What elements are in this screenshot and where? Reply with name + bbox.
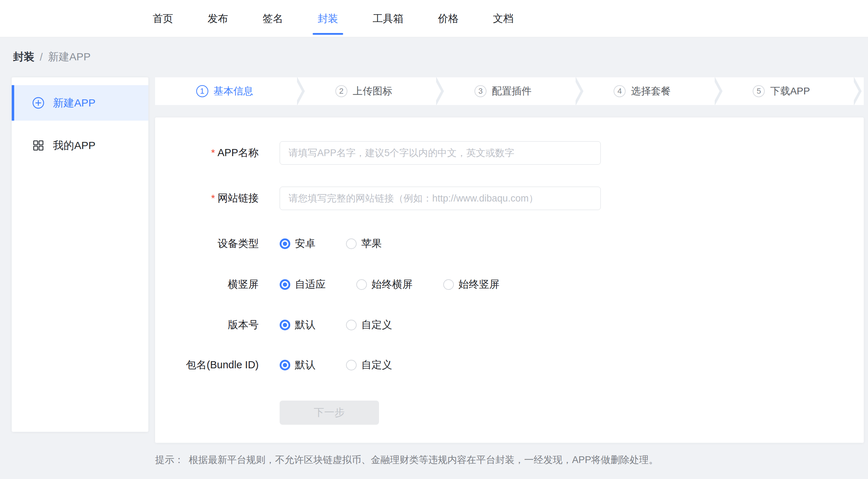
next-step-button[interactable]: 下一步 — [280, 401, 379, 425]
step-label: 下载APP — [770, 84, 810, 98]
sidebar-item-label: 新建APP — [53, 96, 95, 110]
sidebar: 新建APP 我的APP — [12, 77, 148, 432]
nav-item-label: 文档 — [493, 13, 513, 24]
required-asterisk: * — [211, 193, 215, 204]
form-row-submit: 下一步 — [155, 401, 864, 425]
top-nav: 首页 发布 签名 封装 工具箱 价格 文档 — [0, 0, 868, 37]
field-label: *APP名称 — [155, 146, 259, 160]
site-url-input[interactable] — [280, 187, 601, 210]
field-label: 设备类型 — [155, 237, 259, 251]
step-label: 上传图标 — [353, 84, 392, 98]
step-5-download-app: 5 下载APP — [712, 77, 851, 105]
steps-bar: 1 基本信息 2 上传图标 3 配置插件 4 选择套餐 5 下载APP — [155, 77, 864, 105]
radio-option-bundle-default[interactable]: 默认 — [280, 358, 315, 372]
radio-unselected-icon[interactable] — [346, 238, 357, 249]
app-name-input[interactable] — [280, 141, 601, 165]
radio-option-bundle-custom[interactable]: 自定义 — [346, 358, 392, 372]
step-label: 选择套餐 — [631, 84, 671, 98]
breadcrumb-page: 新建APP — [48, 50, 90, 64]
radio-unselected-icon[interactable] — [346, 320, 357, 330]
nav-active-underline — [313, 33, 343, 35]
field-label: 版本号 — [155, 318, 259, 332]
radio-selected-icon[interactable] — [280, 238, 290, 249]
radio-option-version-default[interactable]: 默认 — [280, 318, 315, 332]
nav-item-sign[interactable]: 签名 — [263, 11, 283, 26]
nav-item-label: 签名 — [263, 13, 283, 24]
step-4-choose-plan: 4 选择套餐 — [573, 77, 712, 105]
nav-item-toolbox[interactable]: 工具箱 — [373, 11, 403, 26]
sidebar-item-my-app[interactable]: 我的APP — [12, 128, 148, 163]
radio-selected-icon[interactable] — [280, 320, 290, 330]
field-label: *网站链接 — [155, 191, 259, 205]
new-app-form: *APP名称 *网站链接 设备类型 安卓 苹果 横竖屏 — [155, 117, 864, 443]
form-row-app-name: *APP名称 — [155, 141, 864, 165]
step-label: 基本信息 — [214, 84, 253, 98]
nav-item-label: 首页 — [153, 13, 173, 24]
nav-item-label: 工具箱 — [373, 13, 403, 24]
platform-rule-tip: 提示： 根据最新平台规则，不允许区块链虚拟币、金融理财类等违规内容在平台封装，一… — [155, 453, 658, 466]
nav-item-label: 价格 — [438, 13, 458, 24]
radio-unselected-icon[interactable] — [346, 360, 357, 370]
tip-text: 根据最新平台规则，不允许区块链虚拟币、金融理财类等违规内容在平台封装，一经发现，… — [189, 453, 658, 466]
grid-icon — [32, 139, 44, 152]
field-label: 包名(Bundle ID) — [155, 358, 259, 372]
tip-label: 提示： — [155, 453, 184, 466]
radio-option-ios[interactable]: 苹果 — [346, 237, 382, 251]
plus-circle-icon — [32, 97, 44, 109]
step-number-badge: 1 — [196, 85, 208, 97]
nav-item-publish[interactable]: 发布 — [208, 11, 228, 26]
step-number-badge: 3 — [474, 85, 487, 97]
form-row-site-url: *网站链接 — [155, 187, 864, 210]
breadcrumb: 封装 / 新建APP — [13, 50, 90, 64]
form-row-device-type: 设备类型 安卓 苹果 — [155, 237, 864, 251]
nav-item-label: 封装 — [318, 13, 338, 24]
step-number-badge: 4 — [614, 85, 626, 97]
radio-unselected-icon[interactable] — [443, 279, 454, 290]
radio-option-android[interactable]: 安卓 — [280, 237, 315, 251]
radio-option-portrait[interactable]: 始终竖屏 — [443, 277, 500, 292]
field-label: 横竖屏 — [155, 277, 259, 292]
step-label: 配置插件 — [492, 84, 532, 98]
radio-option-auto[interactable]: 自适应 — [280, 277, 326, 292]
breadcrumb-section[interactable]: 封装 — [13, 50, 34, 64]
radio-unselected-icon[interactable] — [356, 279, 367, 290]
radio-selected-icon[interactable] — [280, 279, 290, 290]
nav-item-docs[interactable]: 文档 — [493, 11, 513, 26]
step-1-basic-info: 1 基本信息 — [155, 77, 294, 105]
form-row-orientation: 横竖屏 自适应 始终横屏 始终竖屏 — [155, 277, 864, 292]
step-number-badge: 5 — [753, 85, 765, 97]
radio-option-landscape[interactable]: 始终横屏 — [356, 277, 413, 292]
nav-item-package[interactable]: 封装 — [318, 11, 338, 26]
sidebar-item-new-app[interactable]: 新建APP — [12, 85, 148, 121]
sidebar-item-label: 我的APP — [53, 138, 95, 153]
nav-item-label: 发布 — [208, 13, 228, 24]
nav-item-pricing[interactable]: 价格 — [438, 11, 458, 26]
radio-selected-icon[interactable] — [280, 360, 290, 370]
step-3-configure-plugins: 3 配置插件 — [433, 77, 572, 105]
required-asterisk: * — [211, 147, 215, 158]
step-number-badge: 2 — [335, 85, 347, 97]
form-row-bundle-id: 包名(Bundle ID) 默认 自定义 — [155, 358, 864, 372]
nav-item-home[interactable]: 首页 — [153, 11, 173, 26]
radio-option-version-custom[interactable]: 自定义 — [346, 318, 392, 332]
breadcrumb-separator: / — [40, 51, 43, 63]
form-row-version: 版本号 默认 自定义 — [155, 318, 864, 332]
step-2-upload-icon: 2 上传图标 — [294, 77, 433, 105]
